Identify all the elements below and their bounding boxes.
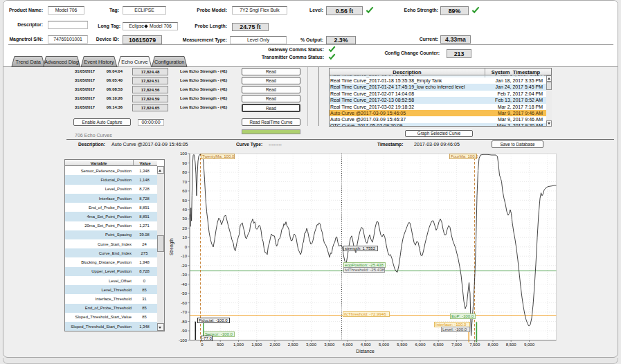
svg-text:60: 60 [182,189,187,193]
svg-text:-30: -30 [181,273,187,277]
svg-text:1,000: 1,000 [233,343,244,347]
svg-text:6,000: 6,000 [415,343,426,347]
svg-text:8,000: 8,000 [487,343,498,347]
svg-text:4,500: 4,500 [361,343,372,347]
svg-text:3,500: 3,500 [324,343,335,347]
svg-text:2,000: 2,000 [269,343,280,347]
svg-text:-60: -60 [181,301,187,305]
svg-text:0: 0 [201,343,204,347]
svg-text:Configuration: Configuration [154,59,184,65]
svg-text:7,500: 7,500 [469,343,480,347]
svg-text:2,500: 2,500 [288,343,299,347]
svg-text:-90: -90 [181,329,187,333]
svg-text:Advanced Diag: Advanced Diag [44,59,79,65]
svg-text:Trend Data: Trend Data [16,59,42,65]
svg-text:-50: -50 [181,291,187,295]
svg-text:80: 80 [182,170,187,174]
svg-text:Distance: Distance [356,349,375,354]
svg-text:5,000: 5,000 [379,343,390,347]
svg-text:50: 50 [182,199,187,203]
svg-text:8,500: 8,500 [506,343,517,347]
svg-text:500: 500 [217,343,224,347]
svg-text:9,000: 9,000 [524,343,535,347]
svg-text:-100: -100 [179,338,188,343]
svg-text:3,000: 3,000 [306,343,317,347]
svg-text:90: 90 [182,161,187,165]
svg-text:Event History: Event History [84,59,114,65]
svg-text:1,500: 1,500 [251,343,262,347]
svg-text:100: 100 [180,152,188,156]
svg-text:Echo Curve: Echo Curve [121,59,147,65]
svg-text:70: 70 [182,180,187,184]
svg-text:5,500: 5,500 [397,343,408,347]
svg-text:30: 30 [182,217,187,221]
svg-text:6,500: 6,500 [433,343,444,347]
svg-text:Strength: Strength [170,238,175,255]
svg-text:7,000: 7,000 [451,343,462,347]
svg-text:-20: -20 [181,264,187,268]
svg-text:20: 20 [182,226,187,230]
svg-text:10: 10 [182,235,187,239]
svg-text:-70: -70 [181,310,187,314]
svg-text:-10: -10 [181,254,187,258]
svg-text:0: 0 [185,245,188,249]
svg-text:-40: -40 [181,282,187,286]
svg-text:-80: -80 [181,320,187,324]
svg-text:40: 40 [182,208,187,212]
svg-text:4,000: 4,000 [342,343,353,347]
